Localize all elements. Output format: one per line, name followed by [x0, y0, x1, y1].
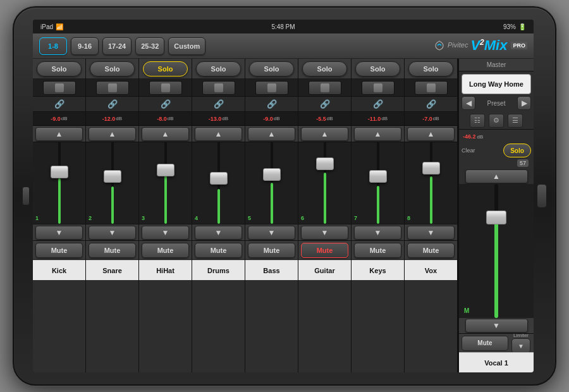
fader-up-button-5[interactable]: ▲: [248, 127, 295, 141]
pan-row-3: [139, 79, 192, 97]
pan-knob-5[interactable]: [255, 81, 288, 95]
fader-up-button-7[interactable]: ▲: [354, 127, 401, 141]
pan-knob-3[interactable]: [149, 81, 182, 95]
side-button-left[interactable]: [23, 187, 29, 205]
fader-up-button-1[interactable]: ▲: [35, 127, 83, 141]
nav-tab-1-8[interactable]: 1-8: [39, 37, 67, 55]
fader-area-2: 2: [86, 142, 138, 224]
mute-button-6[interactable]: Mute: [301, 243, 348, 258]
fader-level-6: [324, 173, 326, 224]
channel-name-4: Drums: [207, 267, 229, 274]
fader-area-6: 6: [298, 142, 351, 224]
fader-handle-7[interactable]: [369, 170, 387, 183]
channel-number-5: 5: [248, 215, 251, 221]
fader-handle-2[interactable]: [104, 170, 121, 183]
mute-button-8[interactable]: Mute: [407, 243, 455, 258]
mute-button-5[interactable]: Mute: [248, 243, 295, 258]
fader-up-button-2[interactable]: ▲: [89, 127, 136, 141]
solo-button-7[interactable]: Solo: [355, 61, 400, 77]
mute-button-4[interactable]: Mute: [195, 243, 242, 258]
link-icon-7[interactable]: 🔗: [373, 99, 383, 109]
channel-strip-4: Solo 🔗 -13.0 dB ▲ 4 ▼ Mu: [192, 59, 245, 372]
fader-down-button-4[interactable]: ▼: [195, 226, 242, 240]
link-icon-4[interactable]: 🔗: [214, 99, 224, 109]
mute-button-7[interactable]: Mute: [354, 243, 401, 258]
master-name-bottom: Vocal 1: [459, 352, 534, 372]
link-icon-5[interactable]: 🔗: [267, 99, 277, 109]
solo-button-2[interactable]: Solo: [90, 61, 135, 77]
solo-row-7: Solo: [352, 59, 404, 79]
fader-handle-3[interactable]: [157, 164, 174, 176]
mute-button-1[interactable]: Mute: [35, 243, 83, 258]
channels-grid: Solo 🔗 -9.0 dB ▲ 1 ▼ Mut: [33, 59, 458, 372]
mixer-eq-button[interactable]: ☷: [470, 114, 485, 128]
nav-tab-25-32[interactable]: 25-32: [135, 37, 164, 55]
fader-up-button-8[interactable]: ▲: [407, 127, 455, 141]
preset-next-button[interactable]: ▶: [517, 96, 531, 110]
nav-tab-17-24[interactable]: 17-24: [102, 37, 132, 55]
solo-button-6[interactable]: Solo: [302, 61, 347, 77]
master-solo-button[interactable]: Solo: [503, 144, 531, 157]
master-mute-button[interactable]: Mute: [462, 336, 508, 351]
fader-handle-5[interactable]: [263, 168, 281, 181]
fader-up-button-4[interactable]: ▲: [195, 127, 242, 141]
channel-strip-5: Solo 🔗 -9.0 dB ▲ 5 ▼ Mut: [245, 59, 298, 372]
master-fader-level: [494, 217, 498, 318]
solo-button-3[interactable]: Solo: [143, 61, 188, 77]
fader-up-button-3[interactable]: ▲: [142, 127, 189, 141]
channel-name-7: Keys: [369, 267, 386, 274]
fader-down-button-8[interactable]: ▼: [407, 226, 455, 240]
db-value-6: -5.5: [316, 116, 326, 122]
mixer-menu-button[interactable]: ☰: [508, 114, 523, 128]
solo-row-8: Solo: [405, 59, 457, 79]
fader-down-button-7[interactable]: ▼: [354, 226, 401, 240]
link-icon-6[interactable]: 🔗: [320, 99, 330, 109]
arrow-up-row-1: ▲: [33, 126, 85, 142]
solo-button-4[interactable]: Solo: [196, 61, 241, 77]
fader-down-button-6[interactable]: ▼: [301, 226, 348, 240]
fader-up-button-6[interactable]: ▲: [301, 127, 348, 141]
mute-button-2[interactable]: Mute: [89, 243, 136, 258]
master-limiter-button[interactable]: ▼: [511, 338, 530, 353]
fader-down-button-2[interactable]: ▼: [89, 226, 136, 240]
solo-button-5[interactable]: Solo: [249, 61, 294, 77]
nav-tab-custom[interactable]: Custom: [168, 37, 205, 55]
fader-down-button-1[interactable]: ▼: [35, 226, 83, 240]
master-limiter-label: Limiter: [511, 333, 531, 338]
pan-knob-2[interactable]: [96, 81, 129, 95]
master-fader-up-button[interactable]: ▲: [465, 169, 528, 183]
master-name-bottom-text: Vocal 1: [484, 359, 508, 367]
fader-handle-6[interactable]: [316, 157, 334, 170]
db-unit-7: dB: [381, 116, 388, 121]
mute-button-3[interactable]: Mute: [142, 243, 189, 258]
home-button[interactable]: [537, 185, 546, 207]
mixer-settings-button[interactable]: ⚙: [489, 114, 504, 128]
solo-button-1[interactable]: Solo: [37, 61, 82, 77]
master-fader-down-button[interactable]: ▼: [465, 319, 528, 333]
pan-row-4: [192, 79, 245, 97]
fader-level-5: [271, 183, 273, 224]
fader-handle-1[interactable]: [51, 166, 68, 178]
fader-handle-4[interactable]: [210, 172, 228, 185]
link-icon-2[interactable]: 🔗: [107, 99, 118, 109]
arrow-down-row-8: ▼: [405, 224, 457, 241]
pan-knob-7[interactable]: [362, 81, 395, 95]
name-row-6: Guitar: [298, 260, 351, 280]
fader-handle-8[interactable]: [422, 162, 440, 175]
link-icon-1[interactable]: 🔗: [54, 99, 64, 109]
pan-row-8: [405, 79, 457, 97]
link-icon-8[interactable]: 🔗: [426, 99, 436, 109]
master-fader-handle[interactable]: [486, 211, 506, 224]
preset-prev-button[interactable]: ◀: [462, 96, 475, 110]
pan-knob-4[interactable]: [202, 81, 235, 95]
nav-tab-9-16[interactable]: 9-16: [71, 37, 99, 55]
solo-button-8[interactable]: Solo: [408, 61, 453, 77]
fader-down-button-3[interactable]: ▼: [142, 226, 189, 240]
fader-down-button-5[interactable]: ▼: [248, 226, 295, 240]
fader-level-3: [164, 175, 167, 224]
pan-knob-8[interactable]: [415, 81, 448, 95]
pan-knob-6[interactable]: [309, 81, 341, 95]
master-arrow-up-area: ▲: [459, 169, 534, 184]
link-icon-3[interactable]: 🔗: [161, 99, 171, 109]
pan-knob-1[interactable]: [43, 81, 76, 95]
